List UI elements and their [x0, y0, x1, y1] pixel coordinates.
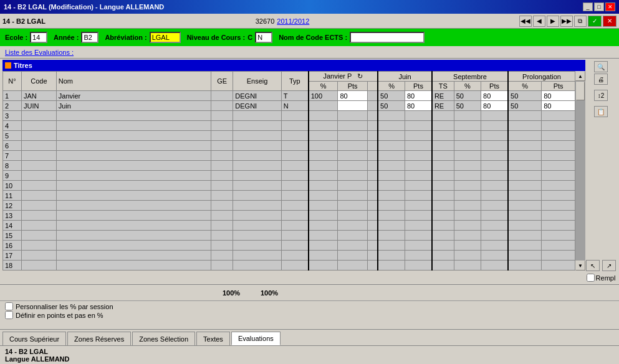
- cell-juin-pct: [378, 261, 405, 271]
- maximize-button[interactable]: □: [594, 2, 604, 11]
- rempl-checkbox[interactable]: [587, 274, 595, 282]
- search-button[interactable]: 🔍: [594, 61, 608, 72]
- table-row-empty[interactable]: 3: [3, 111, 575, 121]
- sort-button[interactable]: ↕2: [594, 90, 608, 101]
- cell-typ: [281, 141, 308, 151]
- copy-button[interactable]: ⧉: [574, 16, 587, 27]
- scroll-thumb[interactable]: [576, 82, 585, 100]
- toolbar-left: 14 - B2 LGAL: [2, 17, 46, 25]
- cell-sep-pct: 50: [454, 101, 481, 111]
- table-row-empty[interactable]: 14: [3, 221, 575, 231]
- table-row-empty[interactable]: 5: [3, 131, 575, 141]
- annee-input[interactable]: [81, 32, 98, 43]
- scroll-down-button[interactable]: ▼: [575, 261, 585, 271]
- cell-jan-pts: [338, 161, 367, 171]
- nav-last-button[interactable]: ▶▶: [560, 16, 573, 27]
- tab-zones-réserves[interactable]: Zones Réserves: [67, 332, 131, 345]
- cell-ts: [432, 211, 454, 221]
- cell-sep-pts: [481, 191, 508, 201]
- cell-typ: [281, 221, 308, 231]
- cancel-button[interactable]: ✕: [603, 16, 617, 27]
- table-row-empty[interactable]: 8: [3, 161, 575, 171]
- cell-prol-pts: [542, 131, 575, 141]
- table-row-empty[interactable]: 9: [3, 171, 575, 181]
- cell-juin-pts: [405, 171, 431, 181]
- cell-prol-pts: [542, 231, 575, 241]
- table-row-empty[interactable]: 13: [3, 211, 575, 221]
- cell-code: [21, 181, 56, 191]
- cell-num: 5: [3, 131, 22, 141]
- cell-ts: [432, 121, 454, 131]
- cell-nom: [56, 261, 211, 271]
- year-link[interactable]: 2011/2012: [277, 17, 309, 25]
- cell-ge: [211, 251, 233, 261]
- cell-ts: RE: [432, 91, 454, 101]
- table-row-empty[interactable]: 7: [3, 151, 575, 161]
- close-button[interactable]: ✕: [605, 2, 615, 11]
- minimize-button[interactable]: _: [583, 2, 593, 11]
- table-row-empty[interactable]: 12: [3, 201, 575, 211]
- nom-code-input[interactable]: [350, 32, 425, 43]
- move-down-button[interactable]: ↗: [602, 260, 616, 271]
- table-row-empty[interactable]: 17: [3, 251, 575, 261]
- cell-jan-pct: [309, 221, 338, 231]
- table-row-empty[interactable]: 18: [3, 261, 575, 271]
- personnaliser-checkbox[interactable]: [5, 302, 13, 310]
- toolbar-label: 14 - B2 LGAL: [2, 17, 46, 25]
- table-row-empty[interactable]: 16: [3, 241, 575, 251]
- cell-ge: [211, 181, 233, 191]
- cell-sep-pts: [481, 211, 508, 221]
- cell-code: [21, 251, 56, 261]
- table-row[interactable]: 1 JAN Janvier DEGNI T 100 80 50 80 RE 50…: [3, 91, 575, 101]
- col-prol-pts: Pts: [542, 82, 575, 91]
- nom-code-group: Nom de Code ECTS :: [279, 32, 425, 43]
- copy2-button[interactable]: 📋: [594, 106, 608, 117]
- nav-first-button[interactable]: ◀◀: [519, 16, 532, 27]
- cell-enseig: [233, 211, 282, 221]
- tab-cours-supérieur[interactable]: Cours Supérieur: [2, 332, 66, 345]
- table-row-empty[interactable]: 15: [3, 231, 575, 241]
- cell-prol-pts: [542, 161, 575, 171]
- scrollbar[interactable]: ▲ ▼: [575, 71, 585, 271]
- cell-jan-pct: [309, 201, 338, 211]
- nav-prev-button[interactable]: ◀: [533, 16, 545, 27]
- cell-juin-pts: [405, 241, 431, 251]
- table-row-empty[interactable]: 10: [3, 181, 575, 191]
- niveau-input[interactable]: [255, 32, 272, 43]
- nav-next-button[interactable]: ▶: [547, 16, 559, 27]
- confirm-button[interactable]: ✓: [588, 16, 602, 27]
- ecole-input[interactable]: [30, 32, 47, 43]
- move-up-button[interactable]: ↖: [586, 260, 600, 271]
- table-row-empty[interactable]: 4: [3, 121, 575, 131]
- cell-sep-pct: [454, 241, 481, 251]
- table-row[interactable]: 2 JUIN Juin DEGNI N 50 80 RE 50 80 50 80: [3, 101, 575, 111]
- cell-prol-pct: [508, 171, 542, 181]
- cell-jan-extra: [367, 161, 378, 171]
- table-row-empty[interactable]: 11: [3, 191, 575, 201]
- cell-enseig: [233, 131, 282, 141]
- cell-jan-pts: [338, 101, 367, 111]
- tab-textes[interactable]: Textes: [196, 332, 230, 345]
- cell-juin-pts: [405, 121, 431, 131]
- col-sep-pct: %: [454, 82, 481, 91]
- cell-jan-pct: [309, 191, 338, 201]
- tab-zones-sélection[interactable]: Zones Sélection: [132, 332, 195, 345]
- cell-juin-pts: [405, 191, 431, 201]
- cell-sep-pts: [481, 161, 508, 171]
- cell-sep-pts: 80: [481, 91, 508, 101]
- tab-evaluations[interactable]: Evaluations: [231, 332, 281, 345]
- cell-sep-pct: [454, 261, 481, 271]
- toolbar: 14 - B2 LGAL 32670 2011/2012 ◀◀ ◀ ▶ ▶▶ ⧉…: [0, 14, 619, 29]
- table-row-empty[interactable]: 6: [3, 141, 575, 151]
- col-num: N°: [3, 72, 22, 91]
- cell-ts: [432, 221, 454, 231]
- section-link[interactable]: Liste des Evaluations :: [5, 49, 74, 56]
- tabs-area: Cours SupérieurZones RéservesZones Sélec…: [0, 329, 619, 345]
- abreviation-input[interactable]: [150, 32, 181, 43]
- cell-num: 16: [3, 241, 22, 251]
- print-button[interactable]: 🖨: [594, 74, 608, 85]
- definir-checkbox[interactable]: [5, 311, 13, 319]
- scroll-up-button[interactable]: ▲: [575, 71, 585, 81]
- cell-sep-pts: [481, 231, 508, 241]
- col-ts: TS: [432, 82, 454, 91]
